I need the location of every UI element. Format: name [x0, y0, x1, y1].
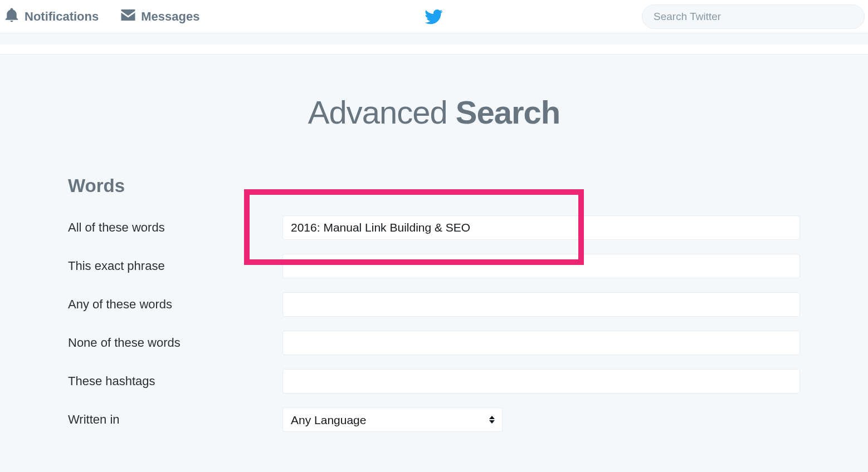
row-all-words: All of these words	[68, 215, 800, 240]
input-all-words[interactable]	[282, 215, 800, 240]
label-exact-phrase: This exact phrase	[68, 259, 282, 273]
page-title-bold: Search	[456, 94, 560, 130]
sub-bar	[0, 45, 868, 55]
main-content: Advanced Search Words All of these words…	[0, 55, 868, 432]
label-written-in: Written in	[68, 412, 282, 427]
row-any-words: Any of these words	[68, 292, 800, 317]
page-title-light: Advanced	[308, 94, 456, 130]
search-container	[642, 4, 865, 29]
label-all-words: All of these words	[68, 220, 282, 235]
nav-items: Notifications Messages	[3, 7, 199, 27]
form-area: Words All of these words This exact phra…	[0, 175, 868, 432]
select-language-wrap: Any Language	[282, 407, 503, 432]
row-hashtags: These hashtags	[68, 369, 800, 394]
input-none-words[interactable]	[282, 331, 800, 355]
messages-tab[interactable]: Messages	[120, 7, 199, 27]
page-title: Advanced Search	[0, 94, 868, 131]
select-language[interactable]: Any Language	[282, 407, 503, 432]
notifications-tab[interactable]: Notifications	[3, 7, 99, 27]
section-words-header: Words	[68, 175, 800, 196]
notifications-label: Notifications	[25, 9, 99, 24]
twitter-logo[interactable]	[425, 7, 443, 26]
messages-label: Messages	[141, 9, 199, 24]
label-any-words: Any of these words	[68, 297, 282, 312]
top-navigation-bar: Notifications Messages	[0, 0, 868, 33]
envelope-icon	[120, 7, 136, 27]
search-input[interactable]	[642, 4, 865, 29]
bell-icon	[3, 7, 20, 27]
row-written-in: Written in Any Language	[68, 407, 800, 432]
row-none-words: None of these words	[68, 331, 800, 355]
input-hashtags[interactable]	[282, 369, 800, 394]
input-exact-phrase[interactable]	[282, 254, 800, 278]
label-none-words: None of these words	[68, 336, 282, 350]
label-hashtags: These hashtags	[68, 374, 282, 389]
input-any-words[interactable]	[282, 292, 800, 317]
row-exact-phrase: This exact phrase	[68, 254, 800, 278]
